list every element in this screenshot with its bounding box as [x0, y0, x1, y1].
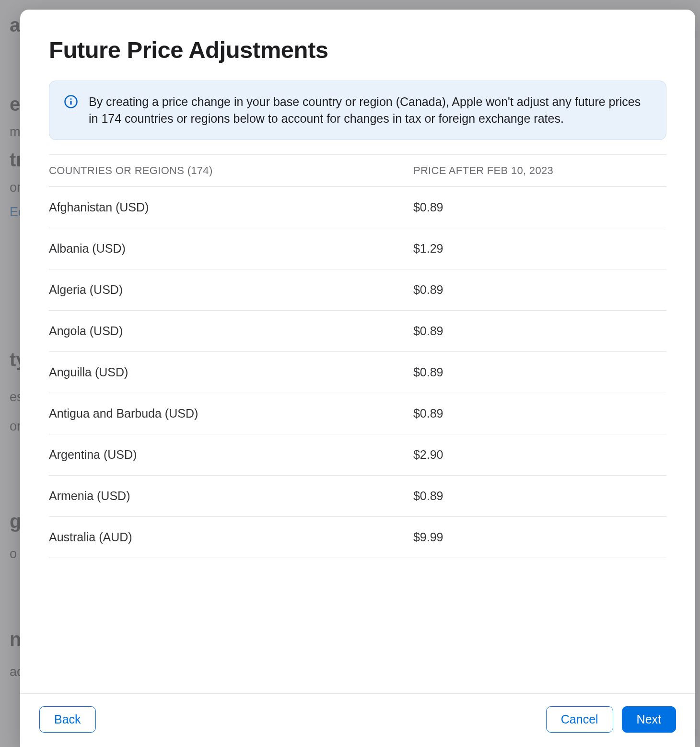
price-cell: $0.89 [413, 365, 666, 379]
table-row: Australia (AUD)$9.99 [49, 517, 666, 558]
future-price-adjustments-modal: Future Price Adjustments By creating a p… [20, 10, 695, 747]
price-cell: $0.89 [413, 407, 666, 420]
country-cell: Algeria (USD) [49, 283, 413, 297]
price-cell: $0.89 [413, 324, 666, 338]
next-button[interactable]: Next [622, 706, 676, 733]
country-cell: Angola (USD) [49, 324, 413, 338]
price-cell: $0.89 [413, 283, 666, 297]
modal-footer: Back Cancel Next [20, 693, 695, 747]
table-row: Armenia (USD)$0.89 [49, 476, 666, 517]
table-row: Angola (USD)$0.89 [49, 311, 666, 352]
info-banner-text: By creating a price change in your base … [89, 93, 652, 127]
table-row: Argentina (USD)$2.90 [49, 434, 666, 476]
svg-point-2 [70, 98, 72, 100]
country-cell: Afghanistan (USD) [49, 200, 413, 214]
price-cell: $0.89 [413, 200, 666, 214]
info-banner: By creating a price change in your base … [49, 81, 666, 140]
country-cell: Albania (USD) [49, 242, 413, 256]
country-cell: Australia (AUD) [49, 530, 413, 544]
price-cell: $9.99 [413, 530, 666, 544]
table-row: Albania (USD)$1.29 [49, 228, 666, 269]
cancel-button[interactable]: Cancel [546, 706, 613, 733]
country-cell: Anguilla (USD) [49, 365, 413, 379]
country-cell: Antigua and Barbuda (USD) [49, 407, 413, 420]
modal-body: Future Price Adjustments By creating a p… [20, 10, 695, 693]
header-countries: COUNTRIES OR REGIONS (174) [49, 164, 413, 177]
header-price: PRICE AFTER FEB 10, 2023 [413, 164, 666, 177]
table-row: Antigua and Barbuda (USD)$0.89 [49, 393, 666, 434]
table-row: Afghanistan (USD)$0.89 [49, 187, 666, 228]
country-cell: Armenia (USD) [49, 489, 413, 503]
price-table: COUNTRIES OR REGIONS (174) PRICE AFTER F… [49, 154, 666, 558]
price-cell: $2.90 [413, 448, 666, 462]
table-row: Algeria (USD)$0.89 [49, 269, 666, 311]
footer-right: Cancel Next [546, 706, 676, 733]
table-row: Anguilla (USD)$0.89 [49, 352, 666, 393]
back-button[interactable]: Back [39, 706, 96, 733]
price-cell: $0.89 [413, 489, 666, 503]
price-cell: $1.29 [413, 242, 666, 256]
table-header: COUNTRIES OR REGIONS (174) PRICE AFTER F… [49, 155, 666, 187]
modal-title: Future Price Adjustments [49, 36, 666, 63]
country-cell: Argentina (USD) [49, 448, 413, 462]
info-icon [64, 94, 78, 109]
